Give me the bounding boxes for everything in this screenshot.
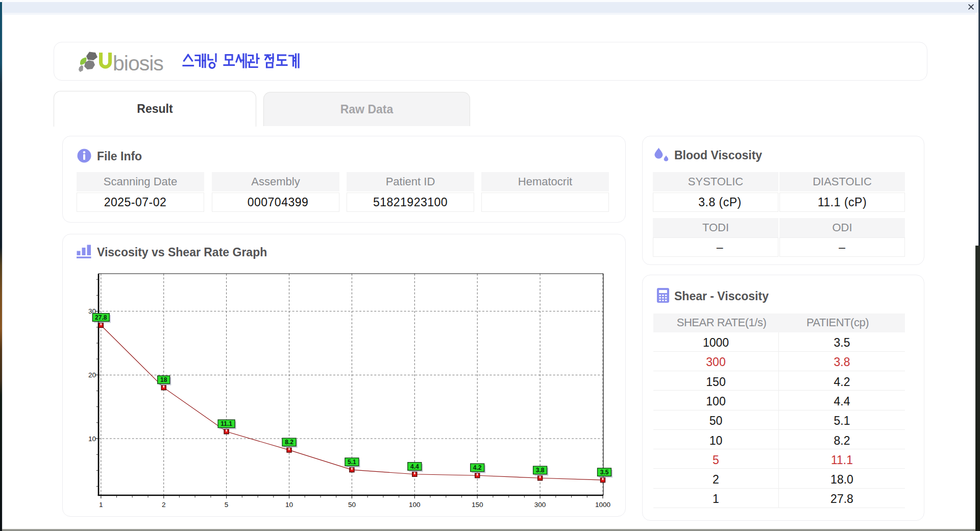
svg-text:300: 300	[534, 501, 546, 509]
svg-text:10: 10	[285, 501, 293, 509]
svg-text:50: 50	[348, 501, 356, 509]
svg-text:5.1: 5.1	[348, 458, 356, 466]
svg-text:8.2: 8.2	[285, 439, 293, 446]
svg-text:11.1: 11.1	[220, 420, 232, 427]
svg-text:3.8: 3.8	[536, 467, 545, 474]
svg-text:18: 18	[160, 376, 167, 383]
svg-text:27.8: 27.8	[95, 314, 107, 321]
svg-text:150: 150	[472, 501, 483, 509]
svg-text:1000: 1000	[595, 501, 610, 509]
svg-text:biosis: biosis	[113, 52, 163, 75]
svg-text:4.4: 4.4	[410, 463, 419, 470]
svg-text:2: 2	[162, 501, 166, 509]
svg-text:10: 10	[88, 435, 96, 443]
svg-text:20: 20	[88, 371, 96, 379]
svg-text:3.5: 3.5	[600, 469, 609, 476]
svg-text:4.2: 4.2	[473, 464, 482, 471]
svg-text:5: 5	[225, 501, 229, 509]
svg-text:100: 100	[409, 501, 421, 509]
svg-text:1: 1	[99, 501, 103, 509]
